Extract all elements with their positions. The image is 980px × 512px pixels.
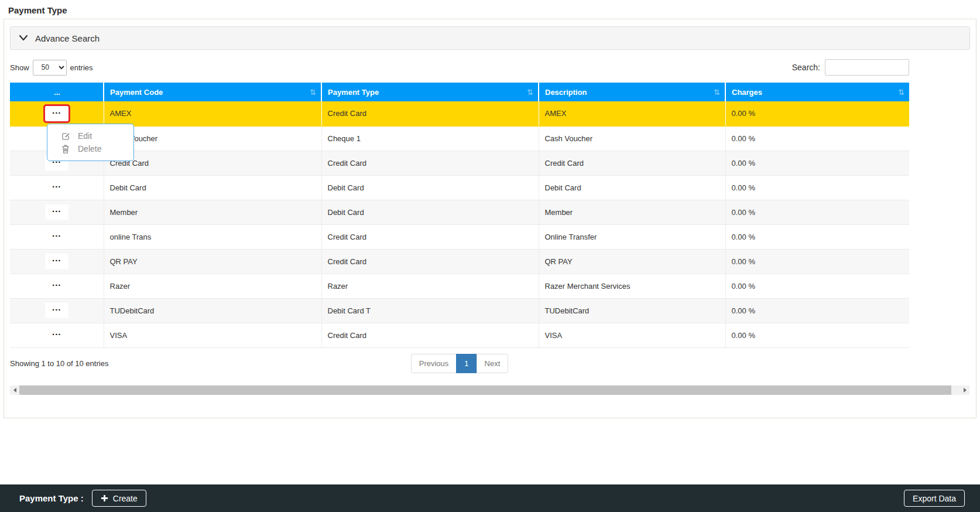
payment-type-cell: Credit Card	[321, 249, 539, 274]
table-row[interactable]: ... Debit Card Debit Card Debit Card 0.0…	[10, 175, 909, 200]
payment-type-cell: Debit Card	[321, 175, 539, 200]
table-body: ... AMEX Credit Card AMEX 0.00 % ... Cas…	[10, 101, 909, 347]
table-header-row: ... Payment Code⇅ Payment Type⇅ Descript…	[10, 83, 909, 101]
description-cell: Debit Card	[539, 175, 725, 200]
row-actions-button[interactable]: ...	[45, 204, 68, 220]
trash-icon	[60, 144, 71, 154]
charges-cell: 0.00 %	[725, 298, 909, 323]
table-row[interactable]: ... AMEX Credit Card AMEX 0.00 %	[10, 101, 909, 126]
sort-icon: ⇅	[714, 88, 720, 97]
column-header-charges[interactable]: Charges⇅	[725, 83, 909, 101]
ellipsis-icon: ...	[54, 88, 60, 97]
table-row[interactable]: ... Cash Voucher Cheque 1 Cash Voucher 0…	[10, 126, 909, 151]
charges-cell: 0.00 %	[725, 274, 909, 298]
payment-code-cell: AMEX	[104, 101, 321, 126]
scrollbar-thumb[interactable]	[19, 385, 951, 395]
charges-cell: 0.00 %	[725, 249, 909, 274]
charges-cell: 0.00 %	[725, 323, 909, 347]
description-cell: Member	[539, 200, 725, 224]
pagination-next[interactable]: Next	[477, 354, 509, 373]
payment-code-cell: Cash Voucher	[104, 126, 321, 151]
table-row[interactable]: ... Razer Razer Razer Merchant Services …	[10, 274, 909, 298]
table-row[interactable]: ... Credit Card Credit Card Credit Card …	[10, 151, 909, 175]
payment-code-cell: Debit Card	[104, 175, 321, 200]
description-cell: QR PAY	[539, 249, 725, 274]
column-header-payment-code[interactable]: Payment Code⇅	[104, 83, 321, 101]
page-length-select[interactable]: 50	[33, 60, 67, 76]
charges-cell: 0.00 %	[725, 101, 909, 126]
payment-type-cell: Credit Card	[321, 224, 539, 249]
charges-cell: 0.00 %	[725, 224, 909, 249]
sort-icon: ⇅	[310, 88, 316, 97]
search-label: Search:	[792, 63, 820, 72]
description-cell: Online Transfer	[539, 224, 725, 249]
menu-item-edit[interactable]: Edit	[47, 129, 133, 142]
export-data-button[interactable]: Export Data	[904, 490, 965, 507]
scrollbar-track[interactable]	[19, 385, 960, 395]
description-cell: TUDebitCard	[539, 298, 725, 323]
row-actions-button[interactable]: ...	[45, 254, 68, 269]
payment-code-cell: Member	[104, 200, 321, 224]
payment-code-cell: Credit Card	[104, 151, 321, 175]
row-actions-button[interactable]: ...	[45, 278, 68, 293]
payment-type-cell: Razer	[321, 274, 539, 298]
description-cell: VISA	[539, 323, 725, 347]
row-actions-button[interactable]: ...	[45, 180, 68, 195]
payment-type-cell: Cheque 1	[321, 126, 539, 151]
advance-search-toggle[interactable]: Advance Search	[10, 26, 970, 50]
payment-type-cell: Credit Card	[321, 151, 539, 175]
charges-cell: 0.00 %	[725, 151, 909, 175]
row-actions-button[interactable]: ...	[45, 106, 68, 121]
pagination-previous[interactable]: Previous	[411, 354, 457, 373]
payment-type-cell: Credit Card	[321, 323, 539, 347]
pagination: Previous 1 Next	[10, 354, 909, 373]
chevron-down-icon	[19, 35, 28, 42]
horizontal-scrollbar[interactable]	[10, 385, 969, 395]
menu-item-delete[interactable]: Delete	[47, 142, 133, 155]
sort-icon: ⇅	[898, 88, 904, 97]
search-input[interactable]	[825, 59, 909, 76]
plus-icon	[101, 494, 108, 502]
scroll-left-arrow-icon[interactable]	[10, 385, 19, 395]
charges-cell: 0.00 %	[725, 175, 909, 200]
scroll-right-arrow-icon[interactable]	[960, 385, 969, 395]
row-actions-button[interactable]: ...	[45, 303, 68, 318]
action-bar-label: Payment Type :	[19, 493, 84, 503]
advance-search-label: Advance Search	[35, 33, 100, 43]
payment-table: ... Payment Code⇅ Payment Type⇅ Descript…	[10, 83, 909, 348]
payment-code-cell: Razer	[104, 274, 321, 298]
payment-code-cell: TUDebitCard	[104, 298, 321, 323]
row-actions-button[interactable]: ...	[45, 327, 68, 343]
sort-icon: ⇅	[527, 88, 533, 97]
entries-label: entries	[70, 63, 93, 72]
create-button[interactable]: Create	[92, 490, 146, 507]
edit-icon	[60, 131, 71, 141]
column-header-actions[interactable]: ...	[10, 83, 104, 101]
charges-cell: 0.00 %	[725, 200, 909, 224]
pagination-page-1[interactable]: 1	[456, 354, 477, 373]
description-cell: AMEX	[539, 101, 725, 126]
description-cell: Cash Voucher	[539, 126, 725, 151]
table-row[interactable]: ... QR PAY Credit Card QR PAY 0.00 %	[10, 249, 909, 274]
row-actions-menu: Edit Delete	[47, 124, 134, 161]
payment-type-cell: Debit Card	[321, 200, 539, 224]
payment-code-cell: online Trans	[104, 224, 321, 249]
column-header-description[interactable]: Description⇅	[539, 83, 725, 101]
description-cell: Razer Merchant Services	[539, 274, 725, 298]
payment-type-cell: Debit Card T	[321, 298, 539, 323]
table-row[interactable]: ... Member Debit Card Member 0.00 %	[10, 200, 909, 224]
charges-cell: 0.00 %	[725, 126, 909, 151]
description-cell: Credit Card	[539, 151, 725, 175]
payment-code-cell: QR PAY	[104, 249, 321, 274]
row-actions-button[interactable]: ...	[45, 229, 68, 244]
page-title: Payment Type	[0, 0, 980, 19]
table-row[interactable]: ... online Trans Credit Card Online Tran…	[10, 224, 909, 249]
column-header-payment-type[interactable]: Payment Type⇅	[321, 83, 539, 101]
payment-type-panel: Advance Search Show 50 entries Search: .…	[4, 19, 976, 418]
table-row[interactable]: ... VISA Credit Card VISA 0.00 %	[10, 323, 909, 347]
payment-type-cell: Credit Card	[321, 101, 539, 126]
payment-code-cell: VISA	[104, 323, 321, 347]
show-label: Show	[10, 63, 29, 72]
table-row[interactable]: ... TUDebitCard Debit Card T TUDebitCard…	[10, 298, 909, 323]
bottom-action-bar: Payment Type : Create Export Data	[0, 484, 980, 512]
